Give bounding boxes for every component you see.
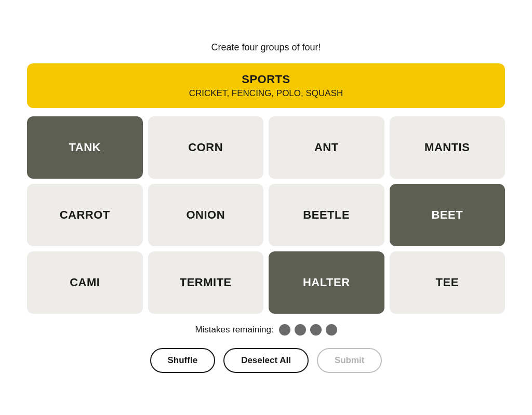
tile-label-onion: ONION xyxy=(186,208,225,222)
shuffle-button[interactable]: Shuffle xyxy=(150,348,216,373)
mistake-dot-2 xyxy=(295,324,306,336)
tile-corn[interactable]: CORN xyxy=(148,116,264,179)
tile-label-tee: TEE xyxy=(436,276,459,289)
tile-termite[interactable]: TERMITE xyxy=(148,251,264,314)
tile-grid: TANKCORNANTMANTISCARROTONIONBEETLEBEETCA… xyxy=(27,116,505,314)
mistakes-row: Mistakes remaining: xyxy=(195,324,337,336)
submit-button[interactable]: Submit xyxy=(317,348,382,373)
tile-tee[interactable]: TEE xyxy=(390,251,506,314)
tile-label-corn: CORN xyxy=(188,141,223,154)
tile-label-halter: HALTER xyxy=(303,276,350,289)
solved-category-sports: SPORTS CRICKET, FENCING, POLO, SQUASH xyxy=(27,63,505,108)
tile-tank[interactable]: TANK xyxy=(27,116,143,179)
tile-label-beet: BEET xyxy=(431,208,463,222)
tile-label-ant: ANT xyxy=(314,141,339,154)
tile-cami[interactable]: CAMI xyxy=(27,251,143,314)
tile-beetle[interactable]: BEETLE xyxy=(269,184,384,246)
tile-halter[interactable]: HALTER xyxy=(269,251,384,314)
category-words-sports: CRICKET, FENCING, POLO, SQUASH xyxy=(39,88,493,99)
tile-label-tank: TANK xyxy=(69,141,101,154)
mistake-dot-4 xyxy=(326,324,337,336)
buttons-row: Shuffle Deselect All Submit xyxy=(150,348,382,373)
tile-label-beetle: BEETLE xyxy=(303,208,350,222)
tile-carrot[interactable]: CARROT xyxy=(27,184,143,246)
game-container: Create four groups of four! SPORTS CRICK… xyxy=(17,32,515,383)
deselect-all-button[interactable]: Deselect All xyxy=(223,348,309,373)
tile-beet[interactable]: BEET xyxy=(390,184,506,246)
dots-row xyxy=(279,324,337,336)
mistakes-label: Mistakes remaining: xyxy=(195,325,273,335)
category-title-sports: SPORTS xyxy=(39,73,493,86)
tile-label-carrot: CARROT xyxy=(60,208,110,222)
tile-label-cami: CAMI xyxy=(70,276,100,289)
mistake-dot-1 xyxy=(279,324,290,336)
game-subtitle: Create four groups of four! xyxy=(211,42,321,53)
tile-onion[interactable]: ONION xyxy=(148,184,264,246)
tile-label-termite: TERMITE xyxy=(180,276,232,289)
tile-mantis[interactable]: MANTIS xyxy=(390,116,506,179)
tile-ant[interactable]: ANT xyxy=(269,116,384,179)
tile-label-mantis: MANTIS xyxy=(424,141,470,154)
mistake-dot-3 xyxy=(310,324,322,336)
